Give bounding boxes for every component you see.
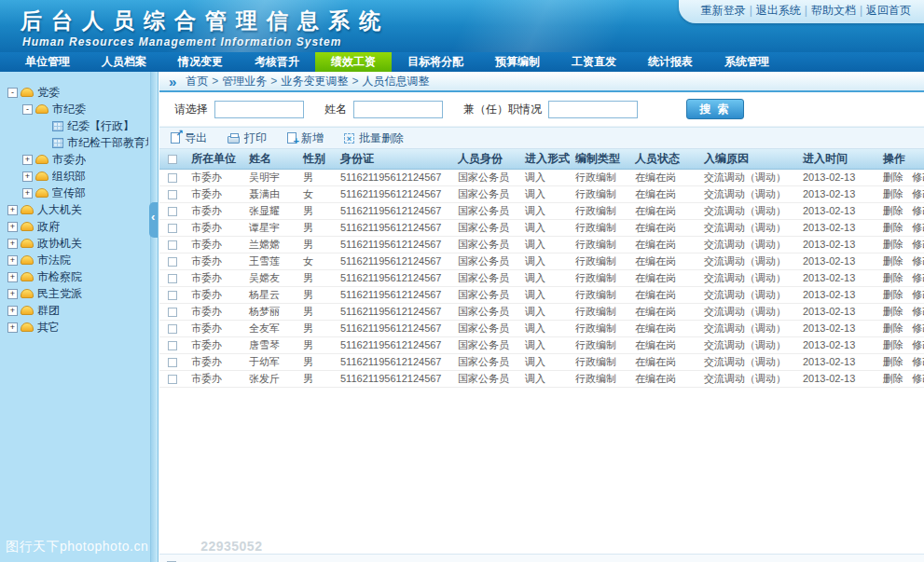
nav-item-7[interactable]: 工资直发 — [556, 52, 632, 72]
tree-item[interactable]: +政协机关 — [4, 235, 148, 252]
expand-toggle-icon[interactable]: + — [7, 272, 18, 282]
nav-item-1[interactable]: 人员档案 — [86, 52, 162, 72]
tree-item[interactable]: +民主党派 — [4, 285, 148, 302]
breadcrumb-item-2[interactable]: 业务变更调整 — [281, 74, 348, 89]
nav-item-5[interactable]: 目标将分配 — [392, 52, 479, 72]
tree-item[interactable]: -党委 — [4, 84, 148, 101]
breadcrumb-item-1[interactable]: 管理业务 — [222, 74, 267, 89]
toolbar-button-add[interactable]: 新增 — [287, 130, 324, 146]
nav-item-0[interactable]: 单位管理 — [9, 52, 86, 72]
row-checkbox[interactable] — [168, 274, 177, 283]
nav-item-6[interactable]: 预算编制 — [479, 52, 556, 72]
expand-toggle-icon[interactable]: + — [22, 171, 33, 182]
delete-link[interactable]: 删除 — [883, 356, 903, 367]
modify-link[interactable]: 修改 — [912, 306, 924, 317]
tree-item[interactable]: +市检察院 — [4, 268, 148, 285]
top-link-2[interactable]: 帮助文档 — [811, 4, 856, 17]
filter-input-0[interactable] — [214, 101, 304, 118]
top-link-0[interactable]: 重新登录 — [701, 4, 746, 17]
delete-link[interactable]: 删除 — [883, 289, 903, 300]
collapse-toggle-icon[interactable]: - — [22, 104, 33, 115]
modify-link[interactable]: 修改 — [912, 289, 924, 300]
expand-toggle-icon[interactable]: + — [7, 289, 18, 299]
top-link-3[interactable]: 返回首页 — [866, 4, 911, 17]
row-checkbox-cell — [159, 219, 186, 236]
toolbar-button-batch-delete[interactable]: 批量删除 — [344, 130, 404, 146]
toolbar-button-label: 批量删除 — [359, 130, 404, 146]
expand-toggle-icon[interactable]: + — [7, 306, 18, 316]
modify-link[interactable]: 修改 — [912, 339, 924, 350]
nav-item-2[interactable]: 情况变更 — [162, 52, 239, 72]
cell-operations: 删除修改 — [877, 286, 924, 303]
row-checkbox[interactable] — [168, 240, 177, 250]
row-checkbox[interactable] — [168, 375, 177, 384]
modify-link[interactable]: 修改 — [912, 239, 924, 250]
row-checkbox[interactable] — [168, 341, 177, 350]
top-link-1[interactable]: 退出系统 — [756, 4, 801, 17]
tree-item[interactable]: +组织部 — [4, 168, 148, 185]
row-checkbox[interactable] — [168, 308, 177, 317]
row-checkbox[interactable] — [168, 207, 177, 216]
tree-item[interactable]: +其它 — [4, 319, 148, 336]
delete-link[interactable]: 删除 — [883, 188, 903, 199]
row-checkbox[interactable] — [168, 358, 177, 367]
tree-item[interactable]: +群团 — [4, 302, 148, 319]
nav-item-9[interactable]: 系统管理 — [709, 52, 785, 72]
expand-toggle-icon[interactable]: + — [22, 155, 33, 165]
modify-link[interactable]: 修改 — [912, 188, 924, 199]
tree-item[interactable]: +宣传部 — [4, 185, 148, 201]
modify-link[interactable]: 修改 — [912, 255, 924, 267]
filter-input-2[interactable] — [548, 101, 638, 118]
delete-link[interactable]: 删除 — [883, 306, 903, 317]
modify-link[interactable]: 修改 — [912, 322, 924, 334]
delete-link[interactable]: 删除 — [883, 255, 903, 267]
row-checkbox[interactable] — [168, 257, 177, 267]
delete-link[interactable]: 删除 — [883, 205, 903, 216]
tree-item[interactable]: +政府 — [4, 218, 148, 235]
modify-link[interactable]: 修改 — [912, 272, 924, 283]
delete-link[interactable]: 删除 — [883, 239, 903, 250]
tree-item[interactable]: +人大机关 — [4, 201, 148, 218]
search-button[interactable]: 搜 索 — [686, 99, 744, 119]
modify-link[interactable]: 修改 — [912, 222, 924, 233]
row-checkbox[interactable] — [168, 224, 177, 233]
modify-link[interactable]: 修改 — [912, 205, 924, 216]
breadcrumb-item-0[interactable]: 首页 — [186, 74, 208, 89]
modify-link[interactable]: 修改 — [912, 171, 924, 183]
tree-item[interactable]: -市纪委 — [4, 101, 148, 117]
toolbar-button-export[interactable]: 导出 — [171, 130, 207, 146]
delete-link[interactable]: 删除 — [883, 222, 903, 233]
breadcrumb-item-3[interactable]: 人员信息调整 — [362, 74, 429, 89]
nav-item-4[interactable]: 绩效工资 — [315, 52, 392, 72]
modify-link[interactable]: 修改 — [912, 373, 924, 384]
collapse-toggle-icon[interactable]: - — [7, 88, 18, 98]
filter-input-1[interactable] — [353, 101, 443, 118]
row-checkbox[interactable] — [168, 190, 177, 199]
tree-item[interactable]: +市法院 — [4, 252, 148, 268]
modify-link[interactable]: 修改 — [912, 356, 924, 367]
nav-item-8[interactable]: 统计报表 — [632, 52, 709, 72]
row-checkbox[interactable] — [168, 291, 177, 300]
delete-link[interactable]: 删除 — [883, 373, 903, 384]
tree-item[interactable]: +市委办 — [4, 151, 148, 168]
expand-toggle-icon[interactable]: + — [7, 322, 18, 333]
delete-link[interactable]: 删除 — [883, 272, 903, 283]
sidebar-collapse-handle[interactable] — [149, 202, 158, 238]
column-header-1: 姓名 — [243, 149, 297, 169]
delete-link[interactable]: 删除 — [883, 171, 903, 183]
expand-toggle-icon[interactable]: + — [7, 255, 18, 266]
toolbar-button-print[interactable]: 打印 — [228, 130, 267, 146]
row-checkbox[interactable] — [168, 173, 177, 183]
main-content: 首页>管理业务>业务变更调整>人员信息调整 请选择姓名兼（任）职情况 搜 索 导… — [159, 72, 924, 562]
expand-toggle-icon[interactable]: + — [7, 205, 18, 215]
tree-item[interactable]: 市纪检干部教育培训中心 — [4, 134, 148, 151]
nav-item-3[interactable]: 考核晋升 — [239, 52, 315, 72]
select-all-checkbox[interactable] — [168, 155, 177, 164]
expand-toggle-icon[interactable]: + — [22, 188, 33, 199]
row-checkbox[interactable] — [168, 324, 177, 334]
expand-toggle-icon[interactable]: + — [7, 222, 18, 232]
expand-toggle-icon[interactable]: + — [7, 239, 18, 249]
delete-link[interactable]: 删除 — [883, 322, 903, 334]
tree-item[interactable]: 纪委【行政】 — [4, 117, 148, 134]
delete-link[interactable]: 删除 — [883, 339, 903, 350]
